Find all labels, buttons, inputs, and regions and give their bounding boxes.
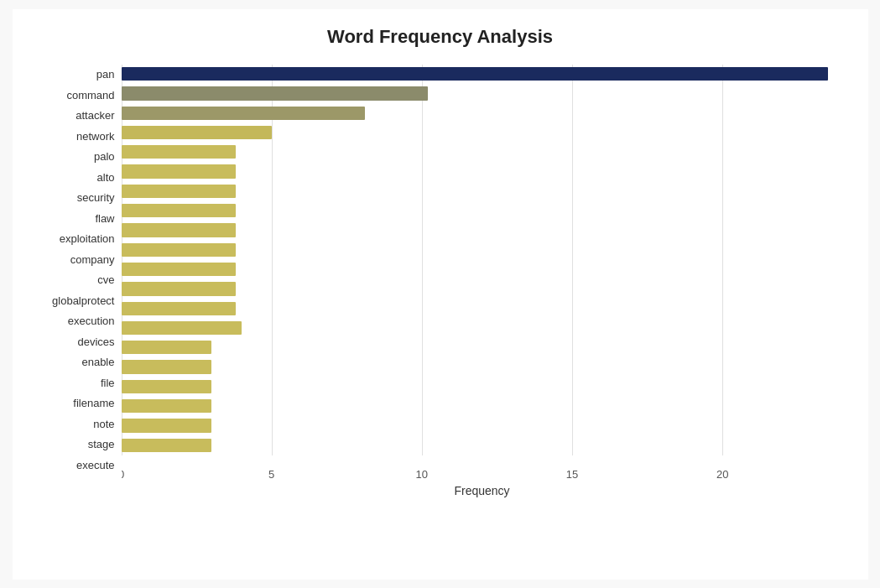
chart-container: Word Frequency Analysis pancommandattack… [13, 9, 868, 580]
y-label: devices [38, 336, 115, 347]
chart-title: Word Frequency Analysis [38, 26, 843, 48]
bar [122, 282, 236, 295]
bar [122, 263, 236, 276]
bar [122, 86, 429, 100]
bar [122, 419, 212, 432]
bar [122, 67, 828, 81]
x-axis-label: Frequency [122, 484, 843, 501]
bar-row [122, 435, 843, 455]
bar-row [122, 240, 843, 259]
y-label: alto [38, 172, 115, 183]
bar-row [122, 397, 843, 416]
bar-row [122, 103, 843, 122]
bar-row [122, 181, 843, 200]
bar [122, 380, 212, 393]
bar-row [122, 122, 843, 142]
bar-row [122, 84, 843, 103]
y-label: execution [38, 315, 115, 326]
bar [122, 439, 212, 452]
bar [122, 321, 242, 335]
y-label: stage [38, 439, 115, 450]
bar-row [122, 279, 843, 299]
y-label: attacker [38, 110, 115, 121]
y-label: pan [38, 69, 115, 80]
y-axis-labels: pancommandattackernetworkpaloaltosecurit… [38, 65, 122, 501]
bar-row [122, 299, 843, 318]
y-label: flaw [38, 213, 115, 224]
y-label: filename [38, 398, 115, 408]
bar-row [122, 357, 843, 377]
plot-area: 05101520 Frequency [122, 65, 843, 501]
bar [122, 145, 236, 159]
bar-row [122, 143, 843, 162]
chart-area: pancommandattackernetworkpaloaltosecurit… [38, 65, 843, 501]
bars-and-grid: 05101520 [122, 65, 843, 481]
bar [122, 302, 236, 315]
y-label: palo [38, 151, 115, 162]
bar-row [122, 318, 843, 337]
bar-row [122, 65, 843, 84]
bar [122, 164, 236, 178]
bar [122, 243, 236, 257]
y-label: note [38, 419, 115, 429]
bar [122, 126, 272, 139]
y-label: company [38, 254, 115, 265]
y-label: security [38, 192, 115, 203]
y-label: network [38, 131, 115, 142]
bar-row [122, 338, 843, 357]
bar [122, 185, 236, 198]
bar [122, 341, 212, 354]
bar-row [122, 221, 843, 240]
y-label: cve [38, 274, 115, 285]
bars-wrapper [122, 65, 843, 455]
bar-row [122, 259, 843, 278]
x-tick-label: 5 [268, 468, 274, 481]
bar [122, 223, 236, 237]
x-tick-label: 10 [416, 468, 428, 481]
bar [122, 204, 236, 217]
y-label: file [38, 377, 115, 388]
y-label: exploitation [38, 233, 115, 244]
x-tick-label: 20 [716, 468, 728, 481]
bar-row [122, 377, 843, 396]
x-tick-label: 0 [122, 468, 125, 481]
bar [122, 399, 212, 413]
y-label: execute [38, 460, 115, 471]
bar [122, 107, 365, 120]
y-label: enable [38, 356, 115, 367]
bar-row [122, 416, 843, 435]
bar-row [122, 162, 843, 181]
y-label: command [38, 90, 115, 101]
x-tick-label: 15 [566, 468, 578, 481]
bar [122, 360, 212, 373]
bar-row [122, 201, 843, 221]
y-label: globalprotect [38, 295, 115, 306]
